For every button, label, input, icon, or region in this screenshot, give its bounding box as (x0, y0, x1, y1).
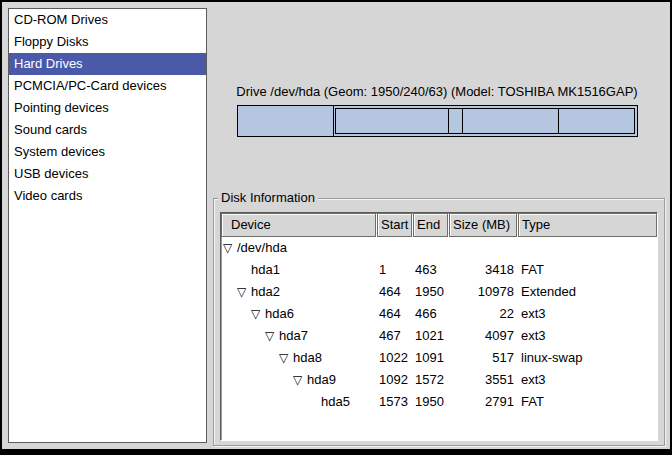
extended-partition-box (335, 108, 635, 134)
device-name: hda8 (293, 347, 322, 369)
device-name: hda9 (307, 369, 336, 391)
sidebar-item-label: PCMCIA/PC-Card devices (14, 78, 166, 93)
sidebar-item[interactable]: Video cards (9, 185, 206, 207)
hardware-browser-window: CD-ROM DrivesFloppy DisksHard DrivesPCMC… (0, 0, 672, 455)
size-cell: 22 (449, 303, 517, 325)
sidebar-item[interactable]: USB devices (9, 163, 206, 185)
partition-divider (462, 109, 463, 133)
end-cell: 463 (413, 259, 448, 281)
partition-divider (448, 109, 449, 133)
partition-divider (558, 109, 559, 133)
sidebar-item-label: Hard Drives (14, 56, 83, 71)
size-cell: 10978 (449, 281, 517, 303)
disk-table-body: ▽/dev/hda▽hda114633418FAT▽hda24641950109… (221, 237, 657, 413)
tree-row[interactable]: ▽hda9109215723551ext3 (221, 369, 657, 391)
column-header-end[interactable]: End (413, 213, 448, 237)
expander-icon[interactable]: ▽ (251, 308, 262, 320)
end-cell: 1950 (413, 391, 448, 413)
device-cell: ▽/dev/hda (221, 237, 376, 259)
start-cell: 1092 (377, 369, 412, 391)
size-cell: 4097 (449, 325, 517, 347)
partition-bar (237, 105, 638, 137)
expander-icon[interactable]: ▽ (279, 352, 290, 364)
type-cell (518, 237, 657, 259)
sidebar-item-label: Sound cards (14, 122, 87, 137)
device-cell: ▽hda1 (221, 259, 376, 281)
sidebar-item[interactable]: Pointing devices (9, 97, 206, 119)
size-cell: 3551 (449, 369, 517, 391)
type-cell: ext3 (518, 325, 657, 347)
partition-divider (333, 106, 334, 136)
type-cell: FAT (518, 391, 657, 413)
drive-title: Drive /dev/hda (Geom: 1950/240/63) (Mode… (235, 84, 639, 99)
size-cell (449, 237, 517, 259)
expander-icon[interactable]: ▽ (265, 330, 276, 342)
sidebar-item-label: Video cards (14, 188, 82, 203)
device-cell: ▽hda6 (221, 303, 376, 325)
device-category-list: CD-ROM DrivesFloppy DisksHard DrivesPCMC… (8, 8, 207, 443)
sidebar-item-label: Pointing devices (14, 100, 109, 115)
sidebar-item-label: CD-ROM Drives (14, 12, 108, 27)
type-cell: ext3 (518, 369, 657, 391)
tree-row[interactable]: ▽hda646446622ext3 (221, 303, 657, 325)
expander-icon[interactable]: ▽ (237, 286, 248, 298)
sidebar-item[interactable]: Floppy Disks (9, 31, 206, 53)
column-header-device[interactable]: Device (221, 213, 376, 237)
disk-table: Device Start End Size (MB) Type ▽/dev/hd… (220, 212, 658, 441)
sidebar-item-label: USB devices (14, 166, 88, 181)
tree-row[interactable]: ▽hda5157319502791FAT (221, 391, 657, 413)
start-cell: 464 (377, 303, 412, 325)
type-cell: FAT (518, 259, 657, 281)
start-cell: 464 (377, 281, 412, 303)
start-cell (377, 237, 412, 259)
size-cell: 2791 (449, 391, 517, 413)
sidebar-item[interactable]: Hard Drives (9, 53, 206, 75)
sidebar-item[interactable]: CD-ROM Drives (9, 9, 206, 31)
tree-row[interactable]: ▽hda2464195010978Extended (221, 281, 657, 303)
device-name: /dev/hda (237, 237, 287, 259)
end-cell: 1091 (413, 347, 448, 369)
device-name: hda1 (251, 259, 280, 281)
tree-row[interactable]: ▽hda810221091517linux-swap (221, 347, 657, 369)
end-cell: 1950 (413, 281, 448, 303)
sidebar-item[interactable]: Sound cards (9, 119, 206, 141)
column-header-type[interactable]: Type (518, 213, 657, 237)
groupbox-legend: Disk Information (218, 190, 318, 206)
device-name: hda5 (321, 391, 350, 413)
start-cell: 1022 (377, 347, 412, 369)
end-cell: 466 (413, 303, 448, 325)
device-name: hda2 (251, 281, 280, 303)
sidebar-item[interactable]: System devices (9, 141, 206, 163)
device-cell: ▽hda5 (221, 391, 376, 413)
device-cell: ▽hda7 (221, 325, 376, 347)
type-cell: ext3 (518, 303, 657, 325)
start-cell: 1 (377, 259, 412, 281)
sidebar-item-label: Floppy Disks (14, 34, 88, 49)
start-cell: 1573 (377, 391, 412, 413)
sidebar-item[interactable]: PCMCIA/PC-Card devices (9, 75, 206, 97)
end-cell: 1572 (413, 369, 448, 391)
device-cell: ▽hda2 (221, 281, 376, 303)
expander-icon[interactable]: ▽ (223, 242, 234, 254)
tree-row[interactable]: ▽hda114633418FAT (221, 259, 657, 281)
end-cell: 1021 (413, 325, 448, 347)
column-header-start[interactable]: Start (377, 213, 412, 237)
device-name: hda7 (279, 325, 308, 347)
disk-table-header: Device Start End Size (MB) Type (221, 213, 657, 237)
size-cell: 3418 (449, 259, 517, 281)
end-cell (413, 237, 448, 259)
tree-row[interactable]: ▽hda746710214097ext3 (221, 325, 657, 347)
device-cell: ▽hda9 (221, 369, 376, 391)
tree-row[interactable]: ▽/dev/hda (221, 237, 657, 259)
expander-icon[interactable]: ▽ (293, 374, 304, 386)
sidebar-item-label: System devices (14, 144, 105, 159)
start-cell: 467 (377, 325, 412, 347)
device-cell: ▽hda8 (221, 347, 376, 369)
size-cell: 517 (449, 347, 517, 369)
type-cell: Extended (518, 281, 657, 303)
column-header-size[interactable]: Size (MB) (449, 213, 517, 237)
type-cell: linux-swap (518, 347, 657, 369)
device-name: hda6 (265, 303, 294, 325)
